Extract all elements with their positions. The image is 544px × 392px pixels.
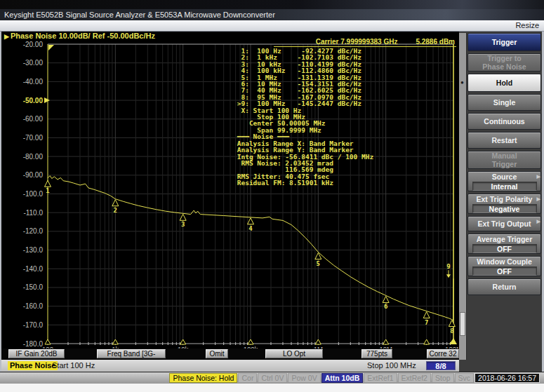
button-continuous[interactable]: Continuous [467,113,541,130]
button-label: Single [493,98,516,107]
screen: Keysight E5052B Signal Source Analyzer &… [0,0,544,392]
status-attenuation: Attn 10dB [321,373,364,383]
window-title: Keysight E5052B Signal Source Analyzer &… [4,11,275,19]
svg-text:-160.0: -160.0 [23,302,44,310]
svg-text:3: 3 [181,221,185,228]
button-freq-band[interactable]: Freq Band [3G-10GHz] [97,349,166,358]
svg-text:-20.00: -20.00 [23,41,44,48]
button-label: Trigger [492,160,517,168]
carrier-power: 5.2886 dBm [416,38,455,46]
button-ext-trig-output[interactable]: Ext Trig Output ▶ [467,216,541,231]
page-indicator: 8/8 [426,361,456,370]
start-frequency-label: Start 100 Hz [52,361,95,370]
button-value: OFF [472,266,537,276]
svg-text:-150.0: -150.0 [23,283,44,291]
hold-selected-bullet-icon: ● [460,79,464,86]
svg-text:-90.00: -90.00 [23,171,44,179]
status-ext-ref2: ExtRef2 [398,373,431,383]
submenu-arrow-icon: ▶ [537,174,540,180]
button-hold[interactable]: Hold [467,74,541,92]
carrier-readout: Carrier 7.999999383 GHz5.2886 dBm [274,38,456,47]
svg-text:-170.0: -170.0 [23,321,44,329]
measurement-mode-badge: Phase Noise [8,361,58,370]
button-if-gain[interactable]: IF Gain 20dB [8,349,65,358]
button-label: Manual [491,151,517,160]
svg-text:-120.0: -120.0 [23,227,44,235]
status-stop: Stop [432,373,454,383]
svg-text:4: 4 [248,225,253,232]
button-label: Hold [496,79,512,87]
svg-text:-140.0: -140.0 [23,265,44,273]
svg-text:-30.00: -30.00 [23,59,44,67]
marker-readout: 1: 100 Hz -92.4277 dBc/Hz 2: 1 kHz -102.… [233,48,373,187]
titlebar[interactable]: Keysight E5052B Signal Source Analyzer &… [0,9,544,20]
svg-text:-50.00: -50.00 [23,97,44,104]
status-svc: Svc [455,373,475,383]
sidebar-scroll-indicator[interactable] [460,312,465,336]
button-manual-trigger: Manual Trigger [467,151,541,169]
svg-text:-60.00: -60.00 [23,115,44,123]
resize-label: Resize [515,21,539,29]
button-label: Window Couple [477,257,532,266]
sidebar-menu-title-trigger: Trigger [467,33,541,51]
datetime-display: 2018-06-26 16:57 [475,373,540,383]
button-source[interactable]: Source Internal ▶ [467,171,541,191]
button-value: Negative [472,204,537,213]
button-label: Continuous [484,117,524,126]
status-ext-ref1: ExtRef1 [364,373,397,383]
button-restart[interactable]: Restart [467,132,541,149]
svg-text:9: 9 [446,263,450,270]
svg-text:-110.0: -110.0 [23,209,43,217]
button-points[interactable]: 775pts [361,349,392,358]
taskbar-cells: Phase Noise: Hold Cor Ctrl 0V Pow 0V Att… [169,373,540,383]
carrier-frequency: Carrier 7.999999383 GHz [316,38,398,46]
svg-text:-130.0: -130.0 [23,246,44,254]
sidebar-buttons: Trigger Trigger to Phase Noise Hold Sing… [467,33,541,297]
button-omit[interactable]: Omit [206,349,228,358]
svg-text:1: 1 [46,187,49,194]
window-bottom-edge [0,384,544,392]
submenu-arrow-icon: ▶ [537,196,540,202]
button-average-trigger[interactable]: Average Trigger OFF [467,234,541,254]
svg-text:8: 8 [450,327,453,334]
svg-text:2: 2 [114,207,117,214]
button-label: Average Trigger [477,235,533,243]
bottom-softkey-row: IF Gain 20dB Freq Band [3G-10GHz] Omit L… [1,349,459,360]
button-label: Ext Trig Polarity [477,195,533,203]
svg-text:-70.00: -70.00 [23,134,44,142]
svg-text:-40.00: -40.00 [23,78,44,86]
status-ctrl-voltage: Ctrl 0V [258,373,287,383]
status-power-voltage: Pow 0V [288,373,320,383]
button-value: OFF [472,244,537,253]
button-trigger-to-phase-noise: Trigger to Phase Noise [467,53,541,72]
svg-text:-80.00: -80.00 [23,153,44,161]
svg-text:6: 6 [384,303,387,310]
svg-text:-100.0: -100.0 [23,190,44,198]
status-cor: Cor [238,373,257,383]
button-correlation[interactable]: Corre 32 [427,349,459,358]
button-window-couple[interactable]: Window Couple OFF [467,256,541,276]
phase-noise-plot: -20.00-30.00-40.00-50.00-60.00-70.00-80.… [1,32,459,349]
active-trace-icon: ▶ [1,33,11,40]
stop-frequency-label: Stop 100 MHz [367,361,416,370]
button-label: Return [493,283,517,291]
svg-text:5: 5 [317,260,320,267]
button-ext-trig-polarity[interactable]: Ext Trig Polarity Negative ▶ [467,194,541,214]
button-return[interactable]: Return [467,278,541,295]
trace-scale-label: Phase Noise 10.00dB/ Ref -50.00dBc/Hz [11,32,155,40]
window-frame-top [0,0,544,9]
plot-canvas[interactable]: -20.00-30.00-40.00-50.00-60.00-70.00-80.… [1,32,459,349]
svg-text:7: 7 [425,319,428,326]
button-label: Source [492,173,517,181]
button-value: Internal [472,182,537,191]
button-lo-opt[interactable]: LO Opt [<150kHz] [265,349,323,358]
button-label: Phase Noise [482,62,526,71]
button-label: Restart [491,136,517,144]
resize-bar[interactable]: Resize [0,20,544,32]
sidebar-gutter[interactable]: ● [459,33,467,360]
status-phase-noise-hold: Phase Noise: Hold [169,373,237,383]
menu-title-label: Trigger [492,38,517,46]
button-single[interactable]: Single [467,94,541,111]
submenu-arrow-icon: ▶ [537,219,540,224]
svg-text:-180.0: -180.0 [23,340,44,348]
